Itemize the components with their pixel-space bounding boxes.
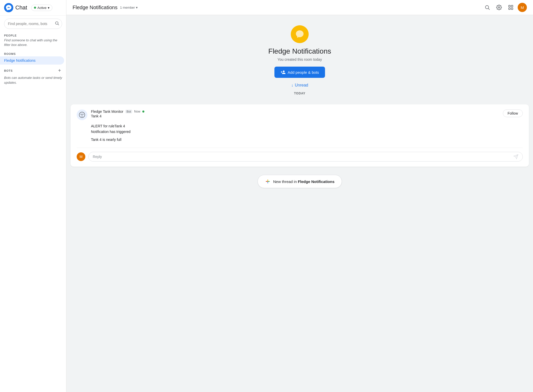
member-count-text: 1 member	[120, 6, 135, 9]
people-section-desc: Find someone to chat with using the filt…	[4, 38, 62, 47]
svg-point-11	[83, 114, 83, 115]
svg-point-0	[4, 3, 13, 12]
reply-area: M	[77, 148, 523, 162]
online-indicator	[142, 111, 144, 113]
add-people-button[interactable]: Add people & bots	[274, 67, 325, 78]
bots-header: BOTS +	[0, 66, 66, 75]
room-intro: Fledge Notifications You created this ro…	[66, 15, 533, 104]
rooms-section: ROOMS Fledge Notifications	[0, 50, 66, 66]
user-avatar[interactable]: M	[518, 3, 527, 12]
svg-rect-8	[509, 8, 510, 9]
chat-logo-icon	[4, 3, 13, 12]
topbar-right: M	[482, 3, 527, 12]
send-button[interactable]	[513, 154, 518, 159]
app-title: Chat	[15, 4, 27, 11]
new-thread-button[interactable]: New thread in Fledge Notifications	[258, 175, 342, 188]
svg-point-1	[55, 22, 58, 24]
topbar: Fledge Notifications 1 member ▾	[66, 0, 533, 15]
svg-rect-7	[511, 5, 513, 7]
room-intro-title: Fledge Notifications	[268, 47, 331, 55]
sidebar: Chat Active ▾ PEOPLE Find someone to cha…	[0, 0, 66, 392]
member-count-button[interactable]: 1 member ▾	[120, 6, 138, 9]
svg-point-10	[81, 114, 82, 115]
svg-point-3	[485, 6, 489, 9]
svg-rect-9	[511, 8, 513, 9]
rooms-section-title: ROOMS	[0, 52, 66, 55]
settings-button[interactable]	[494, 3, 504, 12]
bot-avatar	[77, 109, 87, 120]
bot-badge: Bot	[125, 110, 132, 113]
people-section: PEOPLE Find someone to chat with using t…	[0, 32, 66, 50]
search-input[interactable]	[8, 22, 53, 26]
add-people-button-label: Add people & bots	[288, 70, 319, 75]
bots-section-title: BOTS	[4, 69, 13, 72]
today-label: TODAY	[294, 92, 306, 95]
room-icon	[291, 25, 309, 43]
status-label: Active	[37, 6, 46, 10]
svg-line-4	[488, 8, 490, 10]
main-content: Fledge Notifications 1 member ▾	[66, 0, 533, 392]
message-text-1: ALERT for ruleTank 4 Notification has tr…	[91, 123, 523, 135]
topbar-left: Fledge Notifications 1 member ▾	[73, 5, 138, 10]
reply-input-wrap[interactable]	[88, 152, 523, 162]
unread-label: Unread	[295, 83, 308, 88]
people-section-title: PEOPLE	[4, 34, 62, 37]
sidebar-item-fledge-notifications[interactable]: Fledge Notifications	[0, 56, 64, 65]
chevron-down-icon: ▾	[48, 6, 50, 10]
message-header: Fledge Tank Monitor Bot Now Tank 4 Follo…	[77, 109, 523, 120]
chat-logo: Chat	[4, 3, 27, 12]
svg-line-2	[58, 24, 59, 25]
search-icon	[55, 21, 59, 27]
chevron-down-icon: ▾	[136, 6, 138, 9]
svg-point-5	[498, 7, 500, 8]
sidebar-header: Chat Active ▾	[0, 0, 66, 16]
sender-name: Fledge Tank Monitor	[91, 109, 123, 114]
chat-area[interactable]: Fledge Notifications You created this ro…	[66, 15, 533, 392]
message-text-2: Tank 4 is nearly full	[91, 137, 523, 142]
new-thread-label: New thread in Fledge Notifications	[273, 179, 334, 184]
arrow-down-icon: ↓	[291, 83, 293, 88]
message-subject: Tank 4	[91, 114, 144, 118]
reply-avatar: M	[77, 152, 85, 161]
bots-section-desc: Bots can automate tasks or send timely u…	[0, 75, 66, 87]
svg-rect-6	[509, 5, 510, 7]
active-dot	[34, 7, 36, 9]
unread-divider[interactable]: ↓ Unread	[291, 83, 308, 88]
room-title: Fledge Notifications	[73, 5, 118, 10]
message-header-left: Fledge Tank Monitor Bot Now Tank 4	[77, 109, 144, 120]
new-thread-bar: New thread in Fledge Notifications	[66, 171, 533, 192]
message-time: Now	[134, 110, 140, 113]
add-bots-button[interactable]: +	[57, 68, 62, 74]
status-badge[interactable]: Active ▾	[31, 5, 52, 11]
message-body: ALERT for ruleTank 4 Notification has tr…	[77, 123, 523, 142]
room-intro-subtitle: You created this room today	[277, 57, 322, 62]
reply-input[interactable]	[93, 155, 513, 159]
notifications-button[interactable]	[506, 3, 516, 12]
message-thread-card: Fledge Tank Monitor Bot Now Tank 4 Follo…	[71, 104, 529, 167]
search-button[interactable]	[482, 3, 492, 12]
bots-section: BOTS + Bots can automate tasks or send t…	[0, 66, 66, 87]
message-meta-top: Fledge Tank Monitor Bot Now	[91, 109, 144, 114]
message-meta: Fledge Tank Monitor Bot Now Tank 4	[91, 109, 144, 118]
follow-button[interactable]: Follow	[503, 109, 523, 117]
search-box[interactable]	[4, 19, 62, 29]
google-plus-icon	[265, 179, 271, 184]
